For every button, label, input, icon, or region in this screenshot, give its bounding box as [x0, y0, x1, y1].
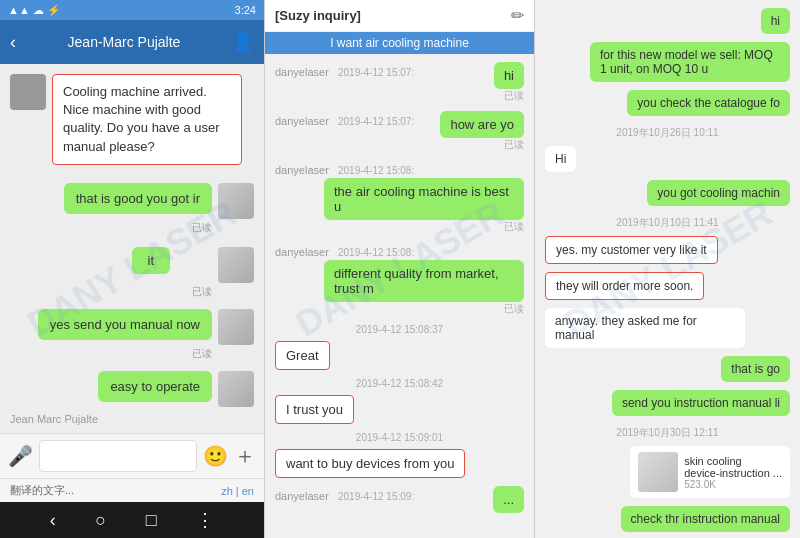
list-item: want to buy devices from you	[275, 449, 524, 478]
list-item: Hi	[545, 146, 790, 176]
list-item: danyelaser 2019-4-12 15:07: how are yo 已…	[275, 111, 524, 152]
list-item: anyway. they asked me for manual	[545, 308, 790, 352]
emoji-icon[interactable]: 🙂	[203, 444, 228, 468]
sent-message-bubble: you got cooling machin	[647, 180, 790, 206]
android-nav-bar: ‹ ○ □ ⋮	[0, 502, 264, 538]
received-message-bubble: want to buy devices from you	[275, 449, 465, 478]
sent-message-bubble: the air cooling machine is best u	[324, 178, 524, 220]
read-status: 已读	[504, 220, 524, 234]
list-item: that is good you got ir 已读	[10, 183, 254, 239]
sender-name: danyelaser 2019-4-12 15:07:	[275, 115, 414, 127]
profile-icon[interactable]: 👤	[232, 31, 254, 53]
file-attachment-card[interactable]: skin coolingdevice-instruction ... 523.0…	[630, 446, 790, 498]
inquiry-text: I want air cooling machine	[330, 36, 469, 50]
translate-placeholder: 翻译的文字...	[10, 483, 74, 498]
read-status: 已读	[504, 302, 524, 316]
sent-message-bubble: for this new model we sell: MOQ 1 unit, …	[590, 42, 790, 82]
sender-name: danyelaser 2019-4-12 15:07:	[275, 66, 414, 78]
list-item: it 已读	[10, 247, 254, 303]
list-item: Cooling machine arrived. Nice machine wi…	[10, 74, 254, 175]
sender-name: danyelaser 2019-4-12 15:08:	[275, 246, 414, 258]
read-status: 已读	[504, 138, 524, 152]
recents-nav-icon[interactable]: □	[146, 510, 157, 531]
message-timestamp: 2019年10月10日 11:41	[545, 216, 790, 230]
middle-messages-area: danyelaser 2019-4-12 15:07: hi 已读 danyel…	[265, 54, 534, 538]
read-status: 已读	[504, 89, 524, 103]
read-status: 已读	[192, 347, 212, 361]
avatar	[10, 74, 46, 110]
status-bar: ▲▲ ☁ ⚡ 3:24	[0, 0, 264, 20]
list-item: send you instruction manual li	[545, 390, 790, 420]
left-messages-area: Cooling machine arrived. Nice machine wi…	[0, 64, 264, 433]
menu-nav-icon[interactable]: ⋮	[196, 509, 214, 531]
list-item: danyelaser 2019-4-12 15:09: ...	[275, 486, 524, 513]
right-messages-area: hi for this new model we sell: MOQ 1 uni…	[535, 0, 800, 538]
list-item: that is go	[545, 356, 790, 386]
message-timestamp: 2019-4-12 15:08:42	[275, 378, 524, 389]
received-message-bubble: anyway. they asked me for manual	[545, 308, 745, 348]
lang-toggle[interactable]: zh | en	[221, 485, 254, 497]
list-item: for this new model we sell: MOQ 1 unit, …	[545, 42, 790, 86]
inquiry-bar: I want air cooling machine	[265, 32, 534, 54]
list-item: danyelaser 2019-4-12 15:08: different qu…	[275, 242, 524, 316]
list-item: you got cooling machin	[545, 180, 790, 210]
back-icon[interactable]: ‹	[10, 32, 16, 53]
message-timestamp: 2019年10月26日 10:11	[545, 126, 790, 140]
list-item: danyelaser 2019-4-12 15:07: hi 已读	[275, 62, 524, 103]
read-status: 已读	[192, 221, 212, 235]
list-item: they will order more soon.	[545, 272, 790, 304]
file-info: skin coolingdevice-instruction ... 523.0…	[684, 455, 782, 490]
sent-message-bubble: different quality from market, trust m	[324, 260, 524, 302]
voice-icon[interactable]: 🎤	[8, 444, 33, 468]
bottom-input-area: 🎤 🙂 ＋	[0, 433, 264, 478]
back-nav-icon[interactable]: ‹	[50, 510, 56, 531]
message-time: 2019-4-12 15:08:	[338, 247, 414, 258]
message-timestamp: 2019-4-12 15:09:01	[275, 432, 524, 443]
message-time: 2019-4-12 15:08:	[338, 165, 414, 176]
contact-label: Jean Marc Pujalte	[10, 413, 254, 425]
left-chat-panel: ▲▲ ☁ ⚡ 3:24 ‹ Jean-Marc Pujalte 👤 Coolin…	[0, 0, 265, 538]
list-item: check thr instruction manual	[545, 506, 790, 536]
list-item: I trust you	[275, 395, 524, 424]
avatar	[218, 309, 254, 345]
received-message-bubble: Great	[275, 341, 330, 370]
message-timestamp: 2019年10月30日 12:11	[545, 426, 790, 440]
middle-chat-panel: [Suzy inquiry] ✏ I want air cooling mach…	[265, 0, 535, 538]
received-message-bubble: yes. my customer very like it	[545, 236, 718, 264]
message-timestamp: 2019-4-12 15:08:37	[275, 324, 524, 335]
chat-title: [Suzy inquiry]	[275, 8, 361, 23]
list-item: hi	[545, 8, 790, 38]
message-time: 2019-4-12 15:07:	[338, 116, 414, 127]
translate-bar: 翻译的文字... zh | en	[0, 478, 264, 502]
sent-message-bubble: yes send you manual now	[38, 309, 212, 340]
list-item: yes send you manual now 已读	[10, 309, 254, 365]
home-nav-icon[interactable]: ○	[95, 510, 106, 531]
right-chat-panel: hi for this new model we sell: MOQ 1 uni…	[535, 0, 800, 538]
sent-message-bubble: it	[132, 247, 171, 274]
read-status: 已读	[192, 285, 212, 299]
avatar	[218, 247, 254, 283]
sent-message-bubble: you check the catalogue fo	[627, 90, 790, 116]
chat-header: ‹ Jean-Marc Pujalte 👤	[0, 20, 264, 64]
message-time: 2019-4-12 15:07:	[338, 67, 414, 78]
file-size: 523.0K	[684, 479, 782, 490]
add-icon[interactable]: ＋	[234, 441, 256, 471]
edit-icon[interactable]: ✏	[511, 6, 524, 25]
received-message-bubble: I trust you	[275, 395, 354, 424]
sent-message-bubble: easy to operate	[98, 371, 212, 402]
list-item: skin coolingdevice-instruction ... 523.0…	[545, 446, 790, 502]
avatar	[218, 183, 254, 219]
file-thumbnail	[638, 452, 678, 492]
sent-message-bubble: ...	[493, 486, 524, 513]
sent-message-bubble: check thr instruction manual	[621, 506, 790, 532]
avatar	[218, 371, 254, 407]
message-input[interactable]	[39, 440, 197, 472]
message-time: 2019-4-12 15:09:	[338, 491, 414, 502]
list-item: you check the catalogue fo	[545, 90, 790, 120]
sent-message-bubble: hi	[494, 62, 524, 89]
middle-header: [Suzy inquiry] ✏	[265, 0, 534, 32]
sender-name: danyelaser 2019-4-12 15:08:	[275, 164, 414, 176]
contact-name: Jean-Marc Pujalte	[68, 34, 181, 50]
received-message-bubble: they will order more soon.	[545, 272, 704, 300]
list-item: yes. my customer very like it	[545, 236, 790, 268]
